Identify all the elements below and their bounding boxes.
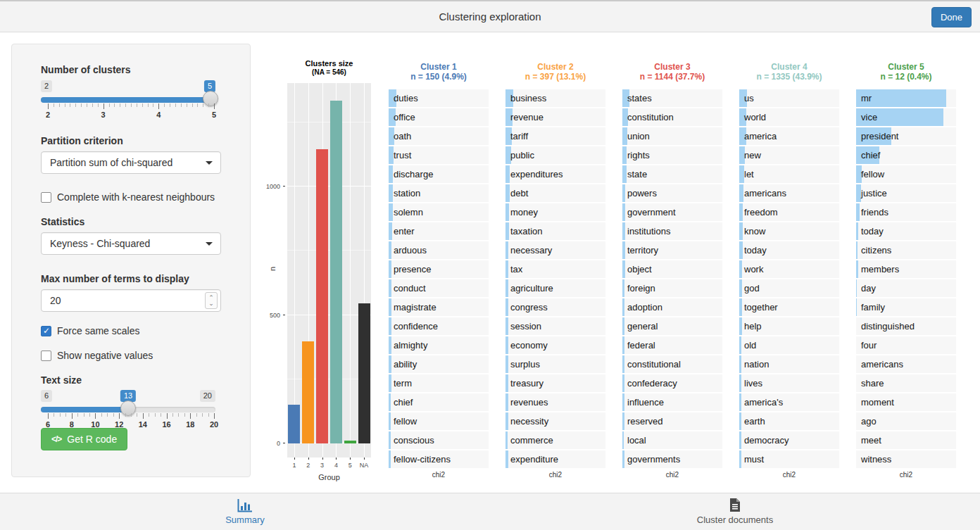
- y-tick-label: 500: [270, 312, 280, 319]
- term-label: members: [856, 260, 956, 278]
- term-row: help: [739, 317, 839, 335]
- text-size-slider[interactable]: 6 13 20 68101214161820: [41, 390, 215, 429]
- term-row: america: [739, 127, 839, 145]
- term-row: local: [622, 431, 722, 449]
- term-row: together: [739, 298, 839, 316]
- slider-tick-label: 18: [186, 420, 194, 429]
- term-label: institutions: [622, 222, 722, 240]
- term-row: territory: [622, 241, 722, 259]
- term-list: businessrevenuetariffpublicexpendituresd…: [505, 89, 605, 468]
- term-label: old: [739, 336, 839, 354]
- statistics-select[interactable]: Keyness - Chi-squared: [41, 232, 221, 255]
- max-terms-input-wrap: ⌃ ⌄: [41, 289, 221, 312]
- term-row: commerce: [505, 431, 605, 449]
- term-row: mr: [856, 89, 956, 107]
- partition-criterion-select[interactable]: Partition sum of chi-squared: [41, 151, 221, 174]
- term-row: ability: [389, 355, 489, 373]
- text-size-label: Text size: [41, 374, 221, 386]
- term-label: surplus: [505, 355, 605, 373]
- term-row: federal: [622, 336, 722, 354]
- term-row: expenditures: [505, 165, 605, 183]
- slider-tick: [143, 413, 144, 419]
- term-row: confederacy: [622, 374, 722, 392]
- term-row: moment: [856, 393, 956, 411]
- done-button[interactable]: Done: [931, 7, 972, 27]
- slider-tick-label: 20: [210, 420, 218, 429]
- term-label: expenditures: [505, 165, 605, 183]
- term-row: government: [622, 203, 722, 221]
- slider-tick: [98, 103, 99, 107]
- term-row: state: [622, 165, 722, 183]
- term-label: friends: [856, 203, 956, 221]
- checkbox-icon: [41, 192, 51, 203]
- term-row: freedom: [739, 203, 839, 221]
- max-terms-label: Max number of terms to display: [41, 273, 221, 284]
- term-label: president: [856, 127, 956, 145]
- tab-cluster-documents[interactable]: Cluster documents: [490, 493, 980, 530]
- term-label: distinguished: [856, 317, 956, 335]
- slider-tick: [192, 103, 193, 107]
- term-row: magistrate: [389, 298, 489, 316]
- term-label: conduct: [389, 279, 489, 297]
- number-stepper[interactable]: ⌃ ⌄: [205, 292, 218, 309]
- slider-track[interactable]: [41, 97, 215, 103]
- slider-tick: [103, 103, 104, 109]
- slider-tick-label: 5: [212, 111, 216, 119]
- slider-tick: [137, 103, 137, 107]
- term-row: know: [739, 222, 839, 240]
- term-label: new: [739, 146, 839, 164]
- term-row: states: [622, 89, 722, 107]
- slider-tick: [125, 413, 126, 417]
- get-r-code-button[interactable]: </> Get R code: [41, 428, 127, 450]
- y-tick-mark: [283, 443, 285, 443]
- term-list: dutiesofficeoathtrustdischargestationsol…: [389, 89, 489, 468]
- term-row: discharge: [389, 165, 489, 183]
- max-terms-input[interactable]: [41, 289, 221, 312]
- term-row: friends: [856, 203, 956, 221]
- term-label: arduous: [389, 241, 489, 259]
- term-label: share: [856, 374, 956, 392]
- term-label: taxation: [505, 222, 605, 240]
- force-same-scales-checkbox[interactable]: Force same scales: [41, 325, 139, 336]
- term-label: revenue: [505, 108, 605, 126]
- term-label: state: [622, 165, 722, 183]
- slider-tick: [190, 413, 191, 419]
- cluster-size-bar: [288, 405, 300, 443]
- term-row: america's: [739, 393, 839, 411]
- term-label: necessary: [505, 241, 605, 259]
- term-label: ability: [389, 355, 489, 373]
- gridline-major: [287, 186, 371, 187]
- term-row: earth: [739, 412, 839, 430]
- term-row: chief: [389, 393, 489, 411]
- knn-checkbox[interactable]: Complete with k-nearest neighbours: [41, 191, 215, 203]
- term-label: democracy: [739, 431, 839, 449]
- term-row: foreign: [622, 279, 722, 297]
- term-label: nation: [739, 355, 839, 373]
- term-label: office: [389, 108, 489, 126]
- term-label: economy: [505, 336, 605, 354]
- slider-tick: [164, 103, 165, 107]
- x-axis-ticks: 12345NA: [287, 458, 371, 470]
- term-row: must: [739, 450, 839, 468]
- term-label: rights: [622, 146, 722, 164]
- term-row: tariff: [505, 127, 605, 145]
- term-label: oath: [389, 127, 489, 145]
- chevron-down-icon: [206, 161, 213, 165]
- term-label: presence: [389, 260, 489, 278]
- tab-summary[interactable]: Summary: [0, 493, 490, 530]
- term-row: ago: [856, 412, 956, 430]
- show-negative-values-checkbox[interactable]: Show negative values: [41, 350, 153, 361]
- term-label: treasury: [505, 374, 605, 392]
- term-label: world: [739, 108, 839, 126]
- term-label: duties: [389, 89, 489, 107]
- term-label: commerce: [505, 431, 605, 449]
- cluster-column-4: Cluster 4n = 1335 (43.9%)usworldamerican…: [739, 62, 839, 479]
- term-label: constitution: [622, 108, 722, 126]
- slider-tick: [214, 103, 215, 109]
- term-label: constitutional: [622, 355, 722, 373]
- cluster-size-bar: [302, 341, 314, 443]
- slider-fill: [41, 97, 215, 103]
- term-label: necessity: [505, 412, 605, 430]
- slider-tick: [77, 413, 78, 417]
- number-of-clusters-slider[interactable]: 2 5 2345: [41, 80, 215, 120]
